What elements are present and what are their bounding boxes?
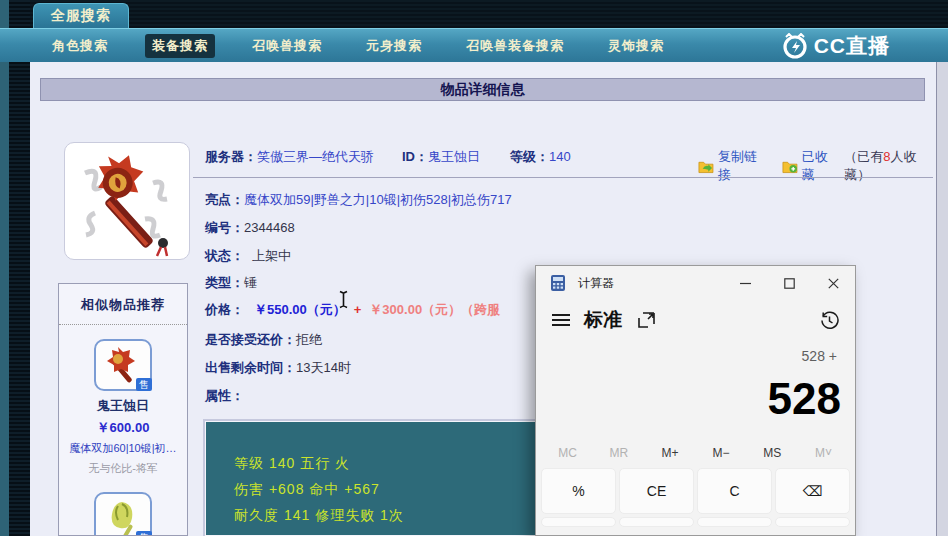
keypad-button-partial[interactable] xyxy=(541,517,616,527)
nav-item-accessory-search[interactable]: 灵饰搜索 xyxy=(601,34,671,58)
calculator-keypad-row2-partial xyxy=(536,514,855,527)
bargain-row: 是否接受还价：拒绝 xyxy=(205,331,322,349)
calculator-title: 计算器 xyxy=(578,275,723,292)
history-icon[interactable] xyxy=(820,311,839,330)
item-image xyxy=(64,142,190,260)
price-plus-sign: + xyxy=(346,302,370,317)
summary-row: 服务器：笑傲三界—绝代天骄ID：鬼王蚀日等级：140 xyxy=(205,148,571,166)
for-sale-badge-2: 售 xyxy=(136,531,152,536)
action-links: 复制链接 已收藏 （已有8人收藏） xyxy=(698,148,936,184)
server-label: 服务器： xyxy=(205,149,257,164)
calculator-app-icon xyxy=(550,275,566,291)
similar-item-price: ￥600.00 xyxy=(59,419,187,437)
nav-item-pet-search[interactable]: 召唤兽搜索 xyxy=(245,34,329,58)
nav-item-role-search[interactable]: 角色搜索 xyxy=(45,34,115,58)
similar-items-title: 相似物品推荐 xyxy=(59,284,187,325)
price-main: ￥550.00（元） xyxy=(254,302,346,317)
time-left-value: 13天14时 xyxy=(296,360,351,375)
for-sale-badge: 售 xyxy=(136,378,152,391)
close-icon xyxy=(828,278,839,289)
memory-store-button[interactable]: MS xyxy=(747,442,798,464)
hamburger-menu-icon[interactable] xyxy=(552,314,570,326)
left-teal-stripe xyxy=(0,0,9,536)
maximize-icon xyxy=(784,278,795,289)
calculator-keypad-row1: % CE C ⌫ xyxy=(536,464,855,514)
main-navbar: 角色搜索 装备搜索 召唤兽搜索 元身搜索 召唤兽装备搜索 灵饰搜索 CC直播 xyxy=(0,28,948,62)
time-left-row: 出售剩余时间：13天14时 xyxy=(205,359,351,377)
server-value: 笑傲三界—绝代天骄 xyxy=(257,149,374,164)
minimize-icon xyxy=(740,278,751,289)
calculator-menu-row: 标准 xyxy=(536,300,855,340)
tab-full-server-search[interactable]: 全服搜索 xyxy=(33,3,129,28)
highlight-row: 亮点：魔体双加59|野兽之力|10锻|初伤528|初总伤717 xyxy=(205,191,512,209)
cc-live-logo-text: CC直播 xyxy=(814,32,890,60)
calculator-window[interactable]: 计算器 标准 528 + 52 xyxy=(535,265,856,536)
copy-link-icon xyxy=(698,159,714,174)
maximize-button[interactable] xyxy=(767,266,811,300)
memory-add-button[interactable]: M+ xyxy=(644,442,695,464)
calculator-mode-label: 标准 xyxy=(584,307,622,333)
keypad-button-partial[interactable] xyxy=(775,517,850,527)
keypad-button-partial[interactable] xyxy=(619,517,694,527)
id-value: 鬼王蚀日 xyxy=(428,149,480,164)
similar-item-name[interactable]: 鬼王蚀日 xyxy=(59,397,187,415)
status-row: 状态：上架中 xyxy=(205,247,291,265)
similar-item-highlights[interactable]: 魔体双加60|10锻|初… xyxy=(59,441,187,456)
panel-title: 物品详细信息 xyxy=(40,78,925,101)
cc-live-logo-icon xyxy=(780,33,810,59)
close-button[interactable] xyxy=(811,266,855,300)
item-no-row: 编号：2344468 xyxy=(205,219,295,237)
nav-item-pet-equip-search[interactable]: 召唤兽装备搜索 xyxy=(459,34,571,58)
similar-item-icon[interactable]: 售 xyxy=(94,339,152,391)
summary-separator xyxy=(193,177,933,178)
price-row: 价格：￥550.00（元）+￥300.00（元）（跨服 xyxy=(205,301,500,319)
nav-item-equip-search[interactable]: 装备搜索 xyxy=(145,34,215,58)
calculator-result: 528 xyxy=(536,370,855,428)
attrs-label-row: 属性： xyxy=(205,387,244,405)
page: 全服搜索 角色搜索 装备搜索 召唤兽搜索 元身搜索 召唤兽装备搜索 灵饰搜索 C… xyxy=(0,0,948,536)
keypad-button-partial[interactable] xyxy=(697,517,772,527)
item-no-value: 2344468 xyxy=(244,220,295,235)
memory-subtract-button[interactable]: M− xyxy=(696,442,747,464)
calculator-memory-row: MC MR M+ M− MS M˅ xyxy=(536,442,855,464)
favorite-count-note: （已有8人收藏） xyxy=(844,148,936,184)
price-cross-server: ￥300.00（元）（跨服 xyxy=(369,302,500,317)
hammer-weapon-image xyxy=(65,143,189,259)
cc-live-logo: CC直播 xyxy=(780,32,890,60)
level-value: 140 xyxy=(549,149,571,164)
level-label: 等级： xyxy=(510,149,549,164)
right-gutter xyxy=(937,62,948,536)
minimize-button[interactable] xyxy=(723,266,767,300)
keep-on-top-icon[interactable] xyxy=(638,312,655,329)
memory-flyout-button[interactable]: M˅ xyxy=(798,442,849,464)
calculator-expression: 528 + xyxy=(536,348,855,370)
calculator-titlebar[interactable]: 计算器 xyxy=(536,266,855,300)
bargain-value: 拒绝 xyxy=(296,332,322,347)
text-cursor xyxy=(338,290,349,309)
left-dark-stripe xyxy=(9,0,30,536)
clear-key[interactable]: C xyxy=(697,468,772,514)
nav-item-body-search[interactable]: 元身搜索 xyxy=(359,34,429,58)
similar-item-card[interactable]: 售 鬼王蚀日 ￥600.00 魔体双加60|10锻|初… 无与伦比-将军 xyxy=(59,339,187,476)
highlight-value: 魔体双加59|野兽之力|10锻|初伤528|初总伤717 xyxy=(244,192,512,207)
memory-clear-button[interactable]: MC xyxy=(542,442,593,464)
memory-recall-button[interactable]: MR xyxy=(593,442,644,464)
type-value: 锤 xyxy=(244,275,257,290)
copy-link-button[interactable]: 复制链接 xyxy=(718,148,767,184)
backspace-key[interactable]: ⌫ xyxy=(775,468,850,514)
percent-key[interactable]: % xyxy=(541,468,616,514)
similar-item-icon-2[interactable]: 售 xyxy=(94,492,152,536)
favorited-icon xyxy=(782,159,798,174)
similar-item-seller: 无与伦比-将军 xyxy=(59,461,187,476)
favorited-button[interactable]: 已收藏 xyxy=(802,148,838,184)
type-row: 类型：锤 xyxy=(205,274,257,292)
similar-items-box: 相似物品推荐 售 鬼王蚀日 ￥600.00 魔体双加60|10锻|初… 无与伦比… xyxy=(58,283,188,536)
clear-entry-key[interactable]: CE xyxy=(619,468,694,514)
status-value: 上架中 xyxy=(252,248,291,263)
similar-item-card-2[interactable]: 售 xyxy=(59,492,187,536)
plant-item-icon xyxy=(96,494,150,536)
id-label: ID： xyxy=(402,149,428,164)
